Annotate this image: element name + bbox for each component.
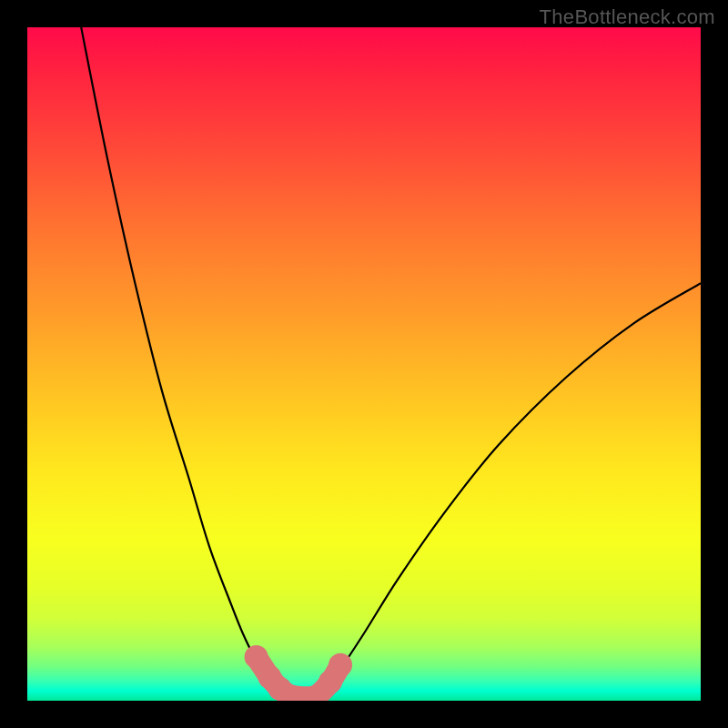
highlight-dot [329, 653, 352, 677]
left-curve [81, 27, 297, 697]
curves-svg [27, 27, 701, 701]
highlight-dot [268, 677, 292, 701]
plot-area [27, 27, 701, 701]
right-curve [317, 283, 701, 697]
highlight-dot [245, 645, 268, 669]
watermark-text: TheBottleneck.com [540, 5, 715, 29]
chart-container: TheBottleneck.com [0, 0, 728, 728]
